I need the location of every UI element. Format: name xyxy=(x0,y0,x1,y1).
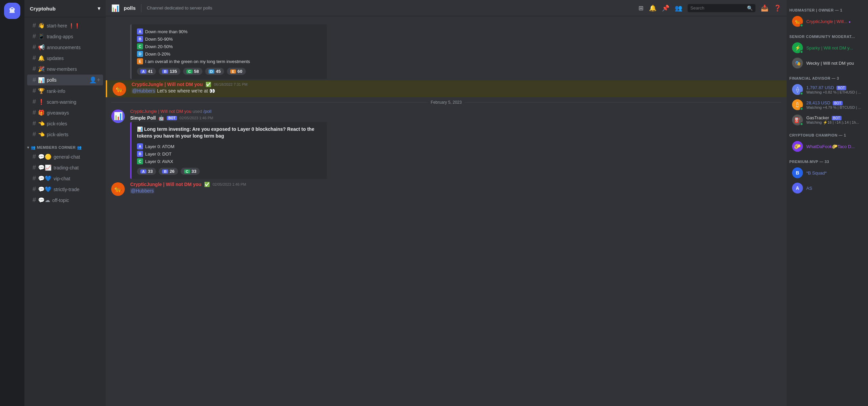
channel-item-general-chat[interactable]: # 💬🟡 general-chat xyxy=(27,151,103,162)
member-info-bsquad: *B Squad* xyxy=(806,170,863,176)
member-gastracker[interactable]: ⛽ GasTracker BOT Watching ⚡16 | ↑14 |↓14… xyxy=(789,113,865,127)
online-indicator-sparky xyxy=(800,50,803,54)
topbar-actions: ⊞ 🔔 📌 👥 🔍 📥 ❓ xyxy=(638,4,781,12)
message-content-poll2: CrypticJungle | Will not DM you used /po… xyxy=(130,109,781,179)
bot-face-icon: 🤖 xyxy=(158,115,164,121)
threads-icon[interactable]: ⊞ xyxy=(638,4,644,12)
vote2-c[interactable]: C 33 xyxy=(181,168,200,175)
vote-b[interactable]: B 135 xyxy=(159,68,180,75)
channel-item-trading-chat[interactable]: # 💬📈 trading-chat xyxy=(27,162,103,173)
message-timestamp-msg3: 02/05/2023 1:46 PM xyxy=(213,182,246,186)
channel-item-updates[interactable]: # 🔔 updates xyxy=(27,53,103,63)
vote2-b[interactable]: B 26 xyxy=(159,168,178,175)
channel-item-scam-warning[interactable]: # ❗ scam-warning xyxy=(27,97,103,107)
channel-item-polls[interactable]: # 📊 polls 👤+ xyxy=(27,75,103,85)
channel-item-trading-apps[interactable]: # 📱 trading-apps xyxy=(27,31,103,42)
server-icon-cryptohub[interactable]: 🏛 xyxy=(4,3,20,19)
verified-icon: ✅ xyxy=(205,82,211,87)
vote-c[interactable]: C 58 xyxy=(183,68,202,75)
avatar-bsquad: B xyxy=(792,167,803,178)
hash-icon: # xyxy=(33,175,36,182)
member-info-sparky: Sparky | Will not DM y... xyxy=(806,45,863,50)
pin-icon[interactable]: 📌 xyxy=(662,4,669,12)
channel-item-off-topic[interactable]: # 💬☁ off-topic xyxy=(27,195,103,205)
category-members-corner: ▾ 👥 MEMBERS CORNER 👥 xyxy=(24,140,106,151)
poll-option-d: D Down 0-20% xyxy=(137,51,321,57)
poll2-option-b: B Layer 0: DOT xyxy=(137,151,321,157)
member-info-as: AS xyxy=(806,186,863,191)
category-premium-mvp: PREMIUM-MVP — 33 xyxy=(787,154,868,165)
hash-icon: # xyxy=(33,87,36,95)
channel-item-announcements[interactable]: # 📢 announcements xyxy=(27,42,103,53)
search-bar[interactable]: 🔍 xyxy=(688,4,755,12)
message-content-msg1: CrypticJungle | Will not DM you ✅ 06/18/… xyxy=(132,82,781,96)
channel-sidebar: Cryptohub ▾ # 👋 start-here ❗❗ # 📱 tradin… xyxy=(24,0,106,406)
help-icon[interactable]: ❓ xyxy=(774,4,781,12)
message-author-msg1[interactable]: CrypticJungle | Will not DM you xyxy=(132,82,203,87)
category-hubmaster: HUBMASTER | OWNER — 1 xyxy=(787,3,868,14)
channel-item-new-members[interactable]: # 🎉 new-members xyxy=(27,64,103,74)
main-content: 📊 polls Channel dedicated to server poll… xyxy=(106,0,787,406)
search-input[interactable] xyxy=(690,5,744,11)
poll2-option-a: A Layer 0: ATOM xyxy=(137,143,321,149)
vote-a[interactable]: A 41 xyxy=(137,68,156,75)
members-icon[interactable]: 👥 xyxy=(675,4,682,12)
channel-item-pick-alerts[interactable]: # 👈 pick-alerts xyxy=(27,129,103,140)
member-whatdafook[interactable]: 🌮 WhatDaFook🌮Taco D... xyxy=(789,139,865,154)
member-as[interactable]: A AS xyxy=(789,181,865,196)
topbar-channel-name: polls xyxy=(124,5,136,11)
poll-embed-2: 📊 Long term investing: Are you exposed t… xyxy=(130,122,327,179)
poll-option-e: E I am overall in the green on my long t… xyxy=(137,58,321,64)
message-group-msg1: 🐆 CrypticJungle | Will not DM you ✅ 06/1… xyxy=(106,80,787,97)
member-wecky[interactable]: 🎭 Wecky | Will not DM you xyxy=(789,56,865,70)
notification-icon[interactable]: 🔔 xyxy=(649,4,656,12)
channel-item-strictly-trade[interactable]: # 💬💙 strictly-trade xyxy=(27,184,103,195)
member-sparky[interactable]: ⚡ Sparky | Will not DM y... xyxy=(789,40,865,55)
online-indicator-gas xyxy=(800,122,803,126)
poll2-option-c: C Layer 0: AVAX xyxy=(137,158,321,164)
avatar-sparky: ⚡ xyxy=(792,42,803,53)
channel-item-pick-roles[interactable]: # 👈 pick-roles xyxy=(27,118,103,129)
channel-item-start-here[interactable]: # 👋 start-here ❗❗ xyxy=(27,20,103,31)
hash-icon: # xyxy=(33,120,36,127)
member-name-btc: 28,413 USD BOT xyxy=(806,100,863,105)
message-author-msg3[interactable]: CrypticJungle | Will not DM you xyxy=(130,182,201,187)
hash-icon: # xyxy=(33,77,36,84)
poll-votes-2: A 33 B 26 C 33 xyxy=(137,168,321,175)
vote-d[interactable]: D 45 xyxy=(205,68,224,75)
message-header-msg1: CrypticJungle | Will not DM you ✅ 06/18/… xyxy=(132,82,781,87)
message-header-poll2: Simple Poll 🤖 BOT 02/05/2023 1:46 PM xyxy=(130,115,781,121)
hash-icon: # xyxy=(33,131,36,138)
hash-icon: # xyxy=(33,186,36,193)
channel-item-rank-info[interactable]: # 🏆 rank-info xyxy=(27,86,103,96)
hash-icon: # xyxy=(33,109,36,116)
member-crypticjungle[interactable]: 🐆 CrypticJungle | Will... ● xyxy=(789,14,865,29)
category-financial-advisor: FINANCIAL ADVISOR — 3 xyxy=(787,71,868,82)
member-name-gastracker: GasTracker BOT xyxy=(806,115,863,120)
poll-votes-1: A 41 B 135 C 58 D 45 E 60 xyxy=(137,68,321,75)
avatar-btc-bot: ₿ xyxy=(792,99,803,110)
topbar-divider xyxy=(141,4,141,12)
member-eth-bot[interactable]: ⟠ 1,797.87 USD BOT Watching +0.82 % | ET… xyxy=(789,82,865,97)
channel-item-giveaways[interactable]: # 🎁 giveaways xyxy=(27,107,103,118)
topbar: 📊 polls Channel dedicated to server poll… xyxy=(106,0,787,16)
member-info-btc-bot: 28,413 USD BOT Watching +4.79 % | BTCUSD… xyxy=(806,100,863,109)
vote-e[interactable]: E 60 xyxy=(227,68,246,75)
member-info-whatdafook: WhatDaFook🌮Taco D... xyxy=(806,144,863,149)
server-name: Cryptohub xyxy=(30,6,56,12)
member-btc-bot[interactable]: ₿ 28,413 USD BOT Watching +4.79 % | BTCU… xyxy=(789,97,865,112)
vote2-a[interactable]: A 33 xyxy=(137,168,156,175)
message-text-msg1: @Hubbers Let's see where we're at 👀 xyxy=(132,88,781,95)
message-text-msg3: @Hubbers xyxy=(130,188,781,195)
used-poll-notice: CrypticJungle | Will not DM you used /po… xyxy=(130,109,781,114)
avatar-gastracker: ⛽ xyxy=(792,115,803,125)
category-champion: CRYPTOHUB CHAMPION — 1 xyxy=(787,128,868,139)
channel-item-vip-chat[interactable]: # 💬💙 vip-chat xyxy=(27,173,103,184)
server-header[interactable]: Cryptohub ▾ xyxy=(24,0,106,17)
member-info-wecky: Wecky | Will not DM you xyxy=(806,61,863,66)
add-user-icon[interactable]: 👤+ xyxy=(89,76,100,84)
inbox-icon[interactable]: 📥 xyxy=(761,4,768,12)
member-bsquad[interactable]: B *B Squad* xyxy=(789,165,865,180)
poll-title-2: 📊 Long term investing: Are you exposed t… xyxy=(137,126,321,139)
poll-option-a: A Down more than 90% xyxy=(137,28,321,35)
